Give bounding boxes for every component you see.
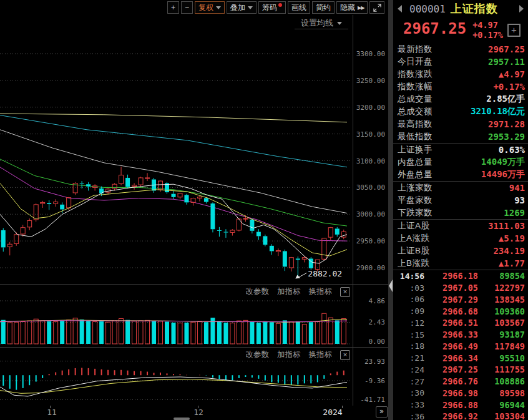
tick-price: 2966.18 bbox=[424, 271, 478, 281]
stat-value: ▲5.19 bbox=[499, 233, 525, 243]
change-params-link[interactable]: 改参数 bbox=[246, 286, 270, 297]
svg-text:3000.00: 3000.00 bbox=[356, 210, 385, 218]
tick-price: 2966.98 bbox=[424, 388, 478, 398]
stat-label: 上证换手 bbox=[398, 144, 433, 155]
tick-row: :242967.25111755 bbox=[393, 364, 528, 376]
stat-value: 0.63% bbox=[499, 145, 525, 155]
stat-label: 最新指数 bbox=[398, 44, 433, 55]
zoom-in-button[interactable]: + bbox=[167, 1, 179, 14]
stat-label: 总成交额 bbox=[398, 106, 433, 117]
stat-value: ▲1.77 bbox=[499, 258, 525, 268]
tick-row: :212966.3495510 bbox=[393, 352, 528, 364]
divider bbox=[295, 29, 348, 29]
svg-text:2882.02: 2882.02 bbox=[308, 269, 342, 278]
minus-icon: − bbox=[185, 3, 189, 12]
next-stock-icon[interactable] bbox=[519, 5, 524, 12]
zoom-out-button[interactable]: − bbox=[181, 1, 193, 14]
tick-price: 2967.29 bbox=[424, 295, 478, 305]
volume-pane-tools: 改参数 加指标 换指标 × bbox=[246, 286, 351, 297]
tick-volume: 96944 bbox=[478, 400, 525, 410]
close-icon[interactable]: × bbox=[340, 350, 350, 360]
stat-row: 最低指数2953.29 bbox=[393, 130, 528, 143]
switch-indicator-link[interactable]: 换指标 bbox=[309, 349, 333, 360]
add-to-watchlist-button[interactable]: + bbox=[507, 24, 521, 37]
stock-code: 000001 bbox=[409, 3, 446, 15]
main-candlestick-chart[interactable]: 3300.003250.003200.003150.003100.003050.… bbox=[0, 15, 388, 284]
stat-row: 内盘总量14049万手 bbox=[393, 156, 528, 168]
tick-volume: 103567 bbox=[478, 318, 525, 328]
quote-header: 000001 上证指数 bbox=[393, 0, 528, 17]
stat-label: 最高指数 bbox=[398, 119, 433, 130]
stat-row: 平盘家数93 bbox=[393, 194, 528, 207]
stat-label: 平盘家数 bbox=[398, 195, 433, 206]
draw-line-button[interactable]: 画线 bbox=[288, 1, 310, 14]
scroll-right-button[interactable]: » bbox=[376, 406, 388, 418]
tick-price: 2966.34 bbox=[424, 353, 478, 363]
tick-time: :09 bbox=[397, 306, 424, 316]
chart-toolbar: + − 复权 叠加 筹码 画线 简约 隐藏▶▶ bbox=[0, 0, 388, 15]
axis-label: 2024 bbox=[323, 408, 342, 417]
tick-volume: 117849 bbox=[478, 341, 525, 351]
stat-row: 今日开盘2957.11 bbox=[393, 56, 528, 68]
collapse-panel-icon[interactable] bbox=[389, 280, 393, 292]
hide-button[interactable]: 隐藏▶▶ bbox=[336, 1, 368, 14]
h-scrollbar-thumb[interactable] bbox=[174, 418, 190, 420]
stat-row: 上证换手0.63% bbox=[393, 144, 528, 156]
axis-label: 11 bbox=[47, 408, 57, 417]
stat-value: +0.17% bbox=[493, 82, 525, 92]
svg-text:2900.00: 2900.00 bbox=[356, 264, 385, 272]
double-arrow-icon: ▶▶ bbox=[358, 5, 364, 11]
tick-time: :03 bbox=[397, 283, 424, 293]
change-params-link[interactable]: 改参数 bbox=[246, 349, 270, 360]
fullscreen-button[interactable] bbox=[369, 1, 384, 14]
volume-pane: 4.862.430.00 改参数 加指标 换指标 × bbox=[0, 285, 388, 347]
chevron-down-icon bbox=[337, 22, 342, 25]
add-indicator-link[interactable]: 加指标 bbox=[277, 286, 301, 297]
stat-row: 上A涨跌▲5.19 bbox=[393, 232, 528, 245]
stat-row: 外盘总量14496万手 bbox=[393, 168, 528, 181]
stat-label: 总成交量 bbox=[398, 94, 433, 105]
prev-stock-icon[interactable] bbox=[398, 5, 402, 12]
overlay-button[interactable]: 叠加 bbox=[227, 1, 257, 14]
svg-text:3200.00: 3200.00 bbox=[356, 104, 385, 112]
tick-time: :12 bbox=[397, 318, 424, 328]
time-axis: » 11122024 bbox=[0, 406, 388, 419]
tick-time: :18 bbox=[397, 341, 424, 351]
svg-text:4.86: 4.86 bbox=[369, 297, 386, 305]
tick-volume: 111755 bbox=[478, 364, 525, 374]
tick-volume: 138345 bbox=[478, 295, 525, 305]
price-change: +4.97 +0.17% bbox=[472, 18, 503, 40]
tick-price: 2967.25 bbox=[424, 364, 478, 374]
tick-price: 2966.88 bbox=[424, 400, 478, 410]
tick-price: 2967.05 bbox=[424, 283, 478, 293]
tick-volume: 103304 bbox=[478, 411, 525, 420]
switch-indicator-link[interactable]: 换指标 bbox=[309, 286, 333, 297]
stat-label: 上B涨跌 bbox=[398, 258, 430, 269]
stat-value: 3210.18亿元 bbox=[471, 106, 525, 117]
tick-time: :30 bbox=[397, 388, 424, 398]
stock-name: 上证指数 bbox=[451, 1, 498, 16]
stat-value: 941 bbox=[509, 183, 525, 193]
change-value: +4.97 bbox=[472, 20, 503, 30]
restoration-button[interactable]: 复权 bbox=[195, 1, 225, 14]
tick-volume: 89598 bbox=[478, 388, 525, 398]
add-indicator-link[interactable]: 加指标 bbox=[277, 349, 301, 360]
panel-divider[interactable] bbox=[388, 0, 393, 420]
stat-value: 3111.03 bbox=[488, 221, 525, 231]
stat-label: 上证B股 bbox=[398, 245, 430, 256]
svg-text:3300.00: 3300.00 bbox=[356, 50, 385, 58]
svg-text:-9.36: -9.36 bbox=[364, 377, 385, 385]
close-icon[interactable]: × bbox=[340, 287, 350, 297]
svg-text:2950.00: 2950.00 bbox=[356, 237, 385, 245]
tick-price: 2966.49 bbox=[424, 341, 478, 351]
stat-label: 下跌家数 bbox=[398, 207, 433, 218]
chips-button[interactable]: 筹码 bbox=[258, 1, 286, 14]
svg-text:0.00: 0.00 bbox=[369, 338, 386, 346]
ma-settings-button[interactable]: 设置均线 bbox=[301, 17, 342, 29]
tick-row: :092966.68109360 bbox=[393, 305, 528, 317]
simple-mode-button[interactable]: 简约 bbox=[312, 1, 335, 14]
stat-row: 上B涨跌▲1.77 bbox=[393, 257, 528, 270]
svg-text:3050.00: 3050.00 bbox=[356, 183, 385, 192]
tick-row: :362966.92103304 bbox=[393, 411, 528, 420]
tick-time: :24 bbox=[397, 365, 424, 374]
